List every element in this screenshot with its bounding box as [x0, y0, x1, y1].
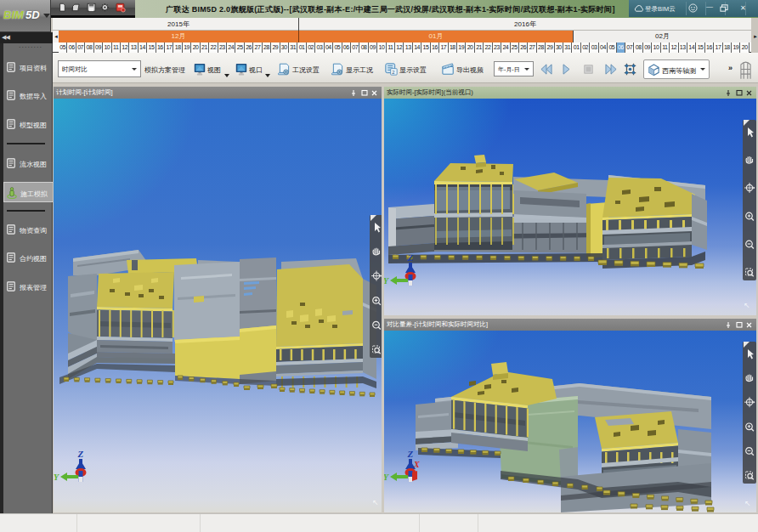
svg-text:Y: Y: [384, 276, 389, 286]
svg-text:Z: Z: [407, 449, 414, 459]
svg-text:Z: Z: [407, 252, 414, 263]
svg-text:X: X: [413, 460, 420, 469]
svg-text:2: 2: [392, 70, 394, 75]
svg-text:Z: Z: [77, 449, 84, 459]
svg-text:Y: Y: [384, 473, 389, 482]
svg-text:Y: Y: [54, 473, 59, 482]
